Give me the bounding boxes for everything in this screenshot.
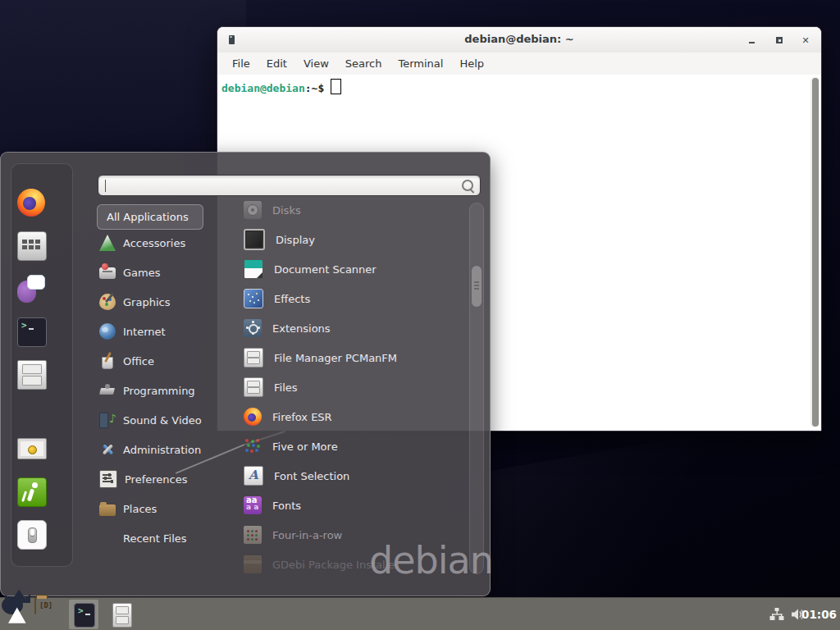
prompt-path: :~$ [305,82,324,94]
category-label: All Applications [107,211,189,223]
category-internet[interactable]: Internet [93,317,236,346]
favorite-pidgin[interactable] [17,275,45,303]
disks-icon [244,201,262,219]
menu-file[interactable]: File [225,55,258,72]
category-administration[interactable]: Administration [93,435,236,464]
category-games[interactable]: Games [93,258,236,287]
file-manager-folder-button[interactable] [34,598,36,614]
search-input[interactable] [105,178,457,193]
menu-help[interactable]: Help [452,55,491,72]
category-label: Sound & Video [123,414,202,427]
application-list: Disks Display Document Scanner Effects E… [237,195,467,579]
app-label: Five or More [272,441,338,453]
pidgin-icon [17,275,45,303]
file-cabinet-icon [17,360,47,390]
app-font-selection[interactable]: Font Selection [237,461,467,491]
category-label: Graphics [123,296,170,308]
category-places[interactable]: Places [93,494,236,523]
app-effects[interactable]: Effects [237,284,467,313]
close-icon[interactable] [799,34,812,47]
app-extensions[interactable]: Extensions [237,313,467,343]
network-icon[interactable] [769,608,784,621]
favorite-firefox[interactable] [17,189,45,217]
menu-terminal[interactable]: Terminal [390,55,450,72]
app-label: Font Selection [274,470,349,482]
menu-search[interactable]: Search [338,55,390,72]
application-menu: All Applications Accessories Games Graph… [0,152,491,596]
prompt-user-host: debian@debian [221,82,305,94]
category-label: Programming [123,385,195,397]
terminal-icon [74,603,95,628]
app-label: Display [276,234,315,246]
terminal-cursor [331,79,341,94]
debian-watermark: debian [369,538,493,582]
shut-down-button[interactable] [17,520,45,548]
fonts-icon [244,496,262,514]
app-label: Files [274,381,298,394]
menu-scrollbar[interactable] [469,203,484,574]
app-label: Document Scanner [274,263,377,276]
maximize-icon[interactable] [773,34,786,47]
firefox-icon [244,408,262,426]
preferences-icon [99,470,117,488]
category-preferences[interactable]: Preferences [93,464,236,494]
places-icon [99,504,116,516]
app-display[interactable]: Display [237,225,467,254]
window-title: debian@debian: ~ [217,33,821,45]
app-label: Effects [274,293,310,305]
terminal-scrollbar-thumb[interactable] [812,78,819,427]
file-cabinet-button[interactable] [112,603,132,630]
terminal-scrollbar[interactable] [810,77,819,427]
category-label: Office [123,355,154,368]
text-caret [105,180,106,192]
category-accessories[interactable]: Accessories [93,228,236,258]
app-label: Fonts [272,500,301,512]
file-cabinet-icon [112,603,132,628]
graphics-icon [99,294,116,310]
category-label: Preferences [125,473,187,486]
office-icon [99,353,116,369]
app-document-scanner[interactable]: Document Scanner [237,254,467,284]
favorite-file-manager[interactable] [17,360,45,388]
games-icon [99,267,116,279]
category-graphics[interactable]: Graphics [93,287,236,317]
category-all-applications[interactable]: All Applications [97,204,203,230]
log-out-icon [17,477,47,507]
lock-screen-button[interactable] [17,435,45,463]
favorite-software[interactable] [17,231,45,259]
category-label: Accessories [123,237,185,249]
four-in-a-row-icon [244,526,262,544]
menu-edit[interactable]: Edit [259,55,294,72]
display-icon [244,229,265,250]
taskbar-clock: 01:06 [801,598,837,630]
firefox-icon [17,189,45,217]
menu-scrollbar-thumb[interactable] [472,266,482,307]
terminal-titlebar[interactable]: debian@debian: ~ [217,27,821,53]
app-fonts[interactable]: Fonts [237,491,467,520]
menu-view[interactable]: View [296,55,336,72]
administration-icon [99,441,116,458]
log-out-button[interactable] [17,477,45,505]
category-programming[interactable]: Programming [93,376,236,405]
category-label: Recent Files [123,532,187,545]
favorite-terminal[interactable] [17,317,45,345]
app-disks[interactable]: Disks [237,195,467,225]
gdebi-icon [244,555,262,573]
app-label: Extensions [272,322,331,335]
app-firefox-esr[interactable]: Firefox ESR [237,402,467,431]
lock-screen-icon [17,438,47,459]
category-sound-video[interactable]: Sound & Video [93,405,236,435]
terminal-button[interactable] [74,603,95,630]
app-file-manager-pcmanfm[interactable]: File Manager PCManFM [237,343,467,372]
category-list: Accessories Games Graphics Internet Offi… [93,228,236,553]
shut-down-icon [17,520,47,550]
app-files[interactable]: Files [237,372,467,402]
accessories-icon [99,235,116,251]
programming-icon [99,382,116,399]
category-recent-files[interactable]: Recent Files [93,523,236,553]
minimize-icon[interactable] [745,34,758,47]
search-box[interactable] [98,175,481,196]
app-label: Four-in-a-row [272,529,342,541]
keyboard-icon [17,231,47,261]
category-office[interactable]: Office [93,346,236,376]
